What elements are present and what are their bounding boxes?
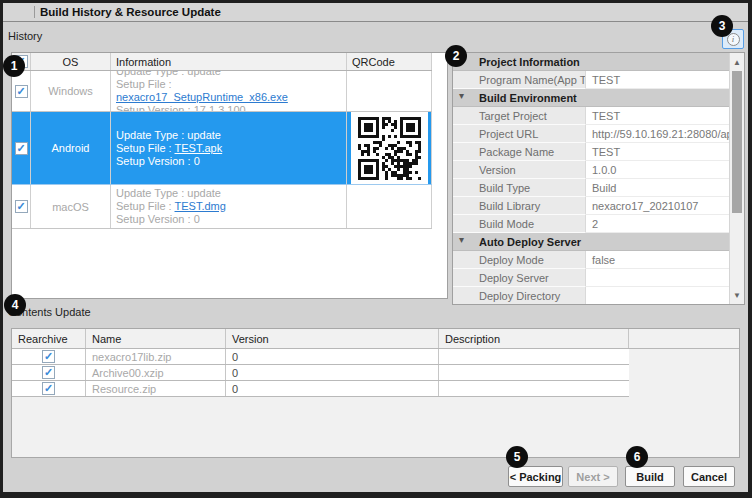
macos-info-cell: Update Type : update Setup File : TEST.d… bbox=[111, 185, 347, 228]
content-name: nexacro17lib.zip bbox=[86, 349, 226, 364]
property-row: Deploy Modefalse bbox=[453, 251, 729, 269]
windows-setup-file-link[interactable]: nexacro17_SetupRuntime_x86.exe bbox=[116, 91, 288, 103]
contents-header-version: Version bbox=[226, 329, 439, 348]
property-row: Project URLhttp://59.10.169.21:28080/app… bbox=[453, 125, 729, 143]
history-row-macos[interactable]: ✓ macOS Update Type : update Setup File … bbox=[12, 185, 432, 229]
macos-update-type: Update Type : update bbox=[116, 187, 346, 200]
contents-header-description: Description bbox=[439, 329, 629, 348]
section-build-environment[interactable]: ▾ Build Environment bbox=[453, 89, 729, 107]
windows-os-cell: Windows bbox=[31, 71, 111, 111]
rearchive-checkbox[interactable]: ✓ bbox=[42, 366, 55, 379]
prop-value-deploy-directory[interactable] bbox=[586, 287, 729, 305]
history-header-information: Information bbox=[111, 53, 347, 70]
history-section-label: History bbox=[8, 30, 42, 42]
macos-row-checkbox[interactable]: ✓ bbox=[15, 200, 28, 213]
android-os-cell: Android bbox=[31, 112, 111, 184]
prop-label: Build Mode bbox=[453, 215, 586, 233]
contents-row-resource[interactable]: ✓ Resource.zip 0 bbox=[12, 381, 629, 397]
qrcode-background bbox=[351, 112, 428, 184]
content-version[interactable]: 0 bbox=[226, 381, 439, 396]
packing-button[interactable]: < Packing bbox=[508, 466, 563, 487]
content-description[interactable] bbox=[439, 381, 629, 396]
prop-label: Deploy Server bbox=[453, 269, 586, 287]
macos-setup-version: Setup Version : 0 bbox=[116, 213, 346, 226]
android-setup-version: Setup Version : 0 bbox=[116, 155, 346, 168]
annotation-badge-2: 2 bbox=[445, 45, 467, 67]
property-row: Deploy Server bbox=[453, 269, 729, 287]
build-button[interactable]: Build bbox=[625, 466, 675, 487]
windows-setup-file-label: Setup File : bbox=[116, 78, 172, 90]
dialog-title: Build History & Resource Update bbox=[3, 6, 221, 18]
history-row-windows[interactable]: ✓ Windows Update Type : update Setup Fil… bbox=[12, 71, 432, 112]
scroll-up-icon[interactable]: ▲ bbox=[730, 55, 744, 69]
prop-label: Program Name(App Title) bbox=[453, 71, 586, 89]
prop-label: Target Project bbox=[453, 107, 586, 125]
history-header-os: OS bbox=[31, 53, 111, 70]
prop-value-package-name[interactable]: TEST bbox=[586, 143, 729, 161]
prop-value-deploy-mode[interactable]: false bbox=[586, 251, 729, 269]
section-project-information[interactable]: ▾ Project Information bbox=[453, 53, 729, 71]
android-qrcode-cell bbox=[347, 112, 432, 184]
prop-value-build-type[interactable]: Build bbox=[586, 179, 729, 197]
rearchive-checkbox[interactable]: ✓ bbox=[42, 350, 55, 363]
prop-value-version[interactable]: 1.0.0 bbox=[586, 161, 729, 179]
prop-label: Build Library bbox=[453, 197, 586, 215]
android-checkbox-cell: ✓ bbox=[12, 112, 31, 184]
macos-setup-file-link[interactable]: TEST.dmg bbox=[175, 200, 226, 212]
annotation-badge-1: 1 bbox=[3, 55, 25, 77]
titlebar-divider bbox=[34, 6, 35, 18]
section-auto-deploy-server[interactable]: ▾ Auto Deploy Server bbox=[453, 233, 729, 251]
android-setup-file-label: Setup File : bbox=[116, 142, 175, 154]
chevron-down-icon[interactable]: ▾ bbox=[459, 234, 464, 245]
windows-setup-version: Setup Version : 17.1.3.100 bbox=[116, 104, 346, 111]
property-row: Target ProjectTEST bbox=[453, 107, 729, 125]
prop-label: Project URL bbox=[453, 125, 586, 143]
contents-row-nexacro17lib[interactable]: ✓ nexacro17lib.zip 0 bbox=[12, 349, 629, 365]
contents-header-rearchive: Rearchive bbox=[12, 329, 86, 348]
content-description[interactable] bbox=[439, 365, 629, 380]
annotation-badge-4: 4 bbox=[4, 294, 26, 316]
history-header-qrcode: QRCode bbox=[347, 53, 432, 70]
contents-header-name: Name bbox=[86, 329, 226, 348]
contents-row-archive00[interactable]: ✓ Archive00.xzip 0 bbox=[12, 365, 629, 381]
property-row: Build Librarynexacro17_20210107 bbox=[453, 197, 729, 215]
prop-value-project-url[interactable]: http://59.10.169.21:28080/appbuil bbox=[586, 125, 729, 143]
annotation-badge-6: 6 bbox=[626, 446, 648, 468]
contents-update-table: Rearchive Name Version Description ✓ nex… bbox=[11, 328, 740, 458]
title-bar: Build History & Resource Update bbox=[3, 3, 748, 22]
content-version[interactable]: 0 bbox=[226, 349, 439, 364]
content-description[interactable] bbox=[439, 349, 629, 364]
rearchive-checkbox[interactable]: ✓ bbox=[42, 382, 55, 395]
android-row-checkbox[interactable]: ✓ bbox=[15, 142, 28, 155]
property-row: Package NameTEST bbox=[453, 143, 729, 161]
history-row-android[interactable]: ✓ Android Update Type : update Setup Fil… bbox=[12, 112, 432, 185]
prop-label: Build Type bbox=[453, 179, 586, 197]
chevron-down-icon[interactable]: ▾ bbox=[459, 90, 464, 101]
macos-qrcode-cell bbox=[347, 185, 432, 228]
prop-value-deploy-server[interactable] bbox=[586, 269, 729, 287]
windows-qrcode-cell bbox=[347, 71, 432, 111]
prop-value-program-name[interactable]: TEST bbox=[586, 71, 729, 89]
scroll-down-icon[interactable]: ▼ bbox=[730, 288, 744, 302]
prop-value-build-library[interactable]: nexacro17_20210107 bbox=[586, 197, 729, 215]
properties-scrollbar[interactable]: ▲ ▼ bbox=[729, 53, 744, 304]
cancel-button[interactable]: Cancel bbox=[683, 466, 735, 487]
scrollbar-thumb[interactable] bbox=[732, 71, 742, 213]
prop-value-build-mode[interactable]: 2 bbox=[586, 215, 729, 233]
windows-info-cell: Update Type : update Setup File : nexacr… bbox=[111, 71, 347, 111]
content-name: Archive00.xzip bbox=[86, 365, 226, 380]
property-row: Build TypeBuild bbox=[453, 179, 729, 197]
prop-value-target-project[interactable]: TEST bbox=[586, 107, 729, 125]
history-table-header: ✓ OS Information QRCode bbox=[12, 53, 432, 71]
macos-checkbox-cell: ✓ bbox=[12, 185, 31, 228]
content-version[interactable]: 0 bbox=[226, 365, 439, 380]
next-button[interactable]: Next > bbox=[568, 466, 618, 487]
prop-label: Package Name bbox=[453, 143, 586, 161]
build-history-dialog-window: Build History & Resource Update History … bbox=[0, 0, 752, 498]
rearchive-cell: ✓ bbox=[12, 349, 86, 364]
android-setup-file-link[interactable]: TEST.apk bbox=[175, 142, 223, 154]
windows-row-checkbox[interactable]: ✓ bbox=[15, 85, 28, 98]
build-properties-panel: ▾ Project Information Program Name(App T… bbox=[452, 52, 745, 305]
annotation-badge-3: 3 bbox=[711, 15, 733, 37]
macos-setup-file-label: Setup File : bbox=[116, 200, 175, 212]
